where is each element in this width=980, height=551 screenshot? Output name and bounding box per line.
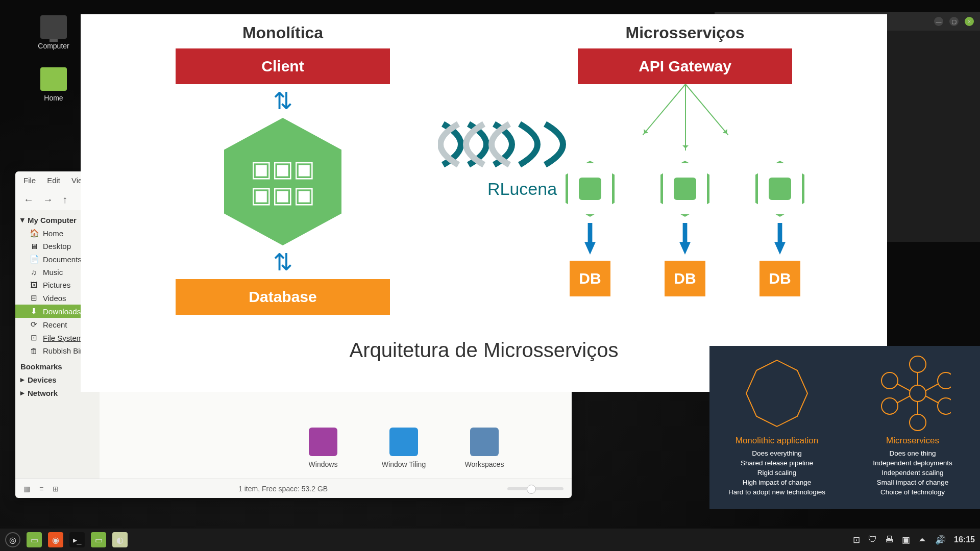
trash-icon: 🗑 (30, 346, 38, 355)
clock[interactable]: 16:15 (954, 535, 975, 544)
svg-line-12 (925, 396, 939, 403)
tray-icon[interactable]: ⊡ (853, 535, 860, 545)
monolith-hex-icon: ▣▣▣▣▣▣ (224, 118, 341, 245)
video-icon: ⊟ (30, 293, 38, 303)
service-hex-icon (755, 161, 804, 217)
app-icon (389, 428, 418, 456)
up-button[interactable]: ↑ (62, 194, 67, 206)
microservices-summary: Microservices Does one thing Independent… (852, 355, 973, 500)
svg-line-9 (897, 384, 910, 391)
svg-point-6 (910, 414, 926, 431)
architecture-diagram: Monolítica Client ⇅ ▣▣▣▣▣▣ ⇅ Database Mi… (81, 14, 887, 392)
cmp-line: Does one thing (890, 449, 936, 459)
music-icon: ♫ (30, 268, 38, 277)
network-icon[interactable]: ⏶ (918, 535, 927, 545)
shield-icon[interactable]: 🛡 (868, 535, 877, 545)
microservice-node: DB (755, 161, 804, 296)
client-box: Client (176, 48, 390, 84)
app-icon (470, 428, 499, 456)
bidir-arrow-icon: ⇅ (273, 248, 293, 276)
download-icon: ⬇ (30, 307, 38, 316)
db-box: DB (665, 261, 705, 296)
terminal-button[interactable]: ▸_ (69, 532, 85, 547)
svg-point-4 (881, 398, 898, 414)
printer-icon[interactable]: 🖶 (885, 535, 894, 545)
database-box: Database (176, 279, 390, 315)
cmp-line: Choice of technology (880, 488, 945, 497)
taskbar[interactable]: ◎ ▭ ◉ ▸_ ▭ ◐ ⊡ 🛡 🖶 ▣ ⏶ 🔊 16:15 (0, 529, 980, 551)
microservices-title: Microsserviços (625, 23, 744, 42)
forward-button[interactable]: → (43, 194, 53, 206)
back-button[interactable]: ← (23, 194, 34, 206)
svg-point-1 (910, 356, 926, 372)
cmp-line: High impact of change (743, 478, 811, 488)
desktop-icon: 🖥 (30, 242, 38, 251)
microservices-shape-icon (874, 355, 951, 432)
menu-edit[interactable]: Edit (47, 176, 60, 185)
app-icon (309, 428, 337, 456)
view-list-icon[interactable]: ≡ (39, 485, 43, 493)
firefox-button[interactable]: ◉ (48, 532, 63, 547)
cmp-line: Hard to adopt new technologies (728, 488, 825, 497)
file-item[interactable]: Window Tiling (378, 428, 429, 468)
monolith-shape-icon (739, 355, 815, 432)
volume-icon[interactable]: 🔊 (935, 535, 946, 545)
show-desktop-button[interactable]: ▭ (27, 532, 42, 547)
dna-icon (438, 114, 606, 175)
file-label: Workspaces (465, 460, 504, 468)
view-compact-icon[interactable]: ⊞ (53, 485, 59, 493)
monitor-icon (40, 15, 67, 39)
folder-icon (40, 67, 67, 91)
file-label: Window Tiling (382, 460, 426, 468)
close-button[interactable]: × (965, 17, 974, 26)
updates-icon[interactable]: ▣ (902, 535, 910, 545)
service-hex-icon (660, 161, 709, 217)
svg-line-10 (925, 384, 939, 391)
cmp-line: Small impact of change (877, 478, 948, 488)
home-icon: 🏠 (30, 229, 38, 238)
drive-icon: ⊡ (30, 333, 38, 342)
status-text: 1 item, Free space: 53.2 GB (238, 485, 328, 493)
down-arrow-icon (584, 223, 596, 255)
file-item[interactable]: Windows (298, 428, 349, 468)
icon-label: Computer (38, 42, 69, 50)
statusbar: ▦ ≡ ⊞ 1 item, Free space: 53.2 GB (15, 479, 572, 498)
minimize-button[interactable]: — (934, 17, 943, 26)
menu-file[interactable]: File (23, 176, 36, 185)
down-arrow-icon (679, 223, 691, 255)
cmp-line: Does everything (752, 449, 802, 459)
cmp-line: Independent scaling (882, 468, 944, 478)
app-button[interactable]: ◐ (112, 532, 128, 547)
monolith-title: Monolítica (242, 23, 323, 42)
monolith-summary: Monolithic application Does everything S… (717, 355, 837, 500)
api-gateway-box: API Gateway (578, 48, 792, 84)
svg-point-7 (910, 385, 926, 402)
icon-label: Home (44, 94, 63, 102)
computer-desktop-icon[interactable]: Computer (31, 15, 77, 50)
desktop-icons: Computer Home (31, 15, 77, 102)
view-grid-icon[interactable]: ▦ (23, 485, 30, 493)
comparison-card: Monolithic application Does everything S… (709, 346, 980, 509)
rlucena-logo: RLucena (438, 114, 606, 199)
monolith-column: Monolítica Client ⇅ ▣▣▣▣▣▣ ⇅ Database (97, 23, 469, 330)
microservice-node: DB (660, 161, 709, 296)
down-arrow-icon (774, 223, 786, 255)
cmp-line: Shared release pipeline (741, 459, 813, 468)
home-desktop-icon[interactable]: Home (31, 67, 77, 102)
gateway-arrows (578, 84, 792, 151)
maximize-button[interactable]: ▢ (949, 17, 959, 26)
zoom-slider[interactable] (507, 487, 564, 490)
files-button[interactable]: ▭ (91, 532, 106, 547)
svg-point-5 (938, 398, 951, 414)
file-label: Windows (309, 460, 338, 468)
recent-icon: ⟳ (30, 320, 38, 329)
svg-line-11 (897, 396, 910, 403)
file-item[interactable]: Workspaces (459, 428, 510, 468)
picture-icon: 🖼 (30, 281, 38, 289)
bidir-arrow-icon: ⇅ (273, 87, 293, 115)
svg-marker-0 (746, 360, 807, 427)
db-box: DB (570, 261, 610, 296)
db-box: DB (760, 261, 800, 296)
cmp-line: Independent deployments (873, 459, 952, 468)
mint-menu-button[interactable]: ◎ (5, 532, 20, 547)
